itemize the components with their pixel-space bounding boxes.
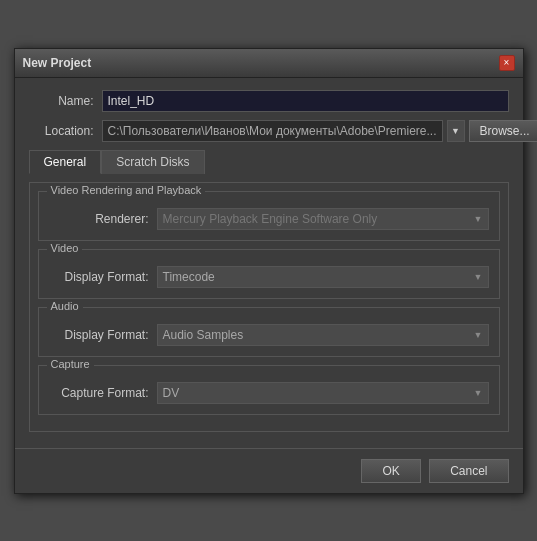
- dialog-footer: OK Cancel: [15, 448, 523, 493]
- audio-dropdown-arrow: ▼: [474, 330, 483, 340]
- tabs-container: General Scratch Disks: [29, 150, 509, 174]
- dialog-title: New Project: [23, 56, 92, 70]
- audio-display-format-label: Display Format:: [49, 328, 149, 342]
- renderer-row: Renderer: Mercury Playback Engine Softwa…: [49, 208, 489, 230]
- capture-format-dropdown[interactable]: DV ▼: [157, 382, 489, 404]
- video-dropdown-arrow: ▼: [474, 272, 483, 282]
- video-rendering-title: Video Rendering and Playback: [47, 184, 206, 196]
- renderer-dropdown-arrow: ▼: [474, 214, 483, 224]
- video-display-format-value: Timecode: [163, 270, 215, 284]
- audio-display-format-row: Display Format: Audio Samples ▼: [49, 324, 489, 346]
- name-label: Name:: [29, 94, 94, 108]
- cancel-button[interactable]: Cancel: [429, 459, 508, 483]
- location-label: Location:: [29, 124, 94, 138]
- video-display-format-label: Display Format:: [49, 270, 149, 284]
- location-field[interactable]: C:\Пользователи\Иванов\Мои документы\Ado…: [102, 120, 443, 142]
- location-dropdown-button[interactable]: ▼: [447, 120, 465, 142]
- name-input[interactable]: [102, 90, 509, 112]
- audio-display-format-dropdown[interactable]: Audio Samples ▼: [157, 324, 489, 346]
- renderer-label: Renderer:: [49, 212, 149, 226]
- video-display-format-row: Display Format: Timecode ▼: [49, 266, 489, 288]
- capture-section: Capture Capture Format: DV ▼: [38, 365, 500, 415]
- capture-format-row: Capture Format: DV ▼: [49, 382, 489, 404]
- close-button[interactable]: ×: [499, 55, 515, 71]
- new-project-dialog: New Project × Name: Location: C:\Пользов…: [14, 48, 524, 494]
- audio-display-format-value: Audio Samples: [163, 328, 244, 342]
- chevron-down-icon: ▼: [451, 126, 460, 136]
- renderer-dropdown[interactable]: Mercury Playback Engine Software Only ▼: [157, 208, 489, 230]
- video-section: Video Display Format: Timecode ▼: [38, 249, 500, 299]
- location-row: Location: C:\Пользователи\Иванов\Мои док…: [29, 120, 509, 142]
- audio-section: Audio Display Format: Audio Samples ▼: [38, 307, 500, 357]
- dialog-body: Name: Location: C:\Пользователи\Иванов\М…: [15, 78, 523, 444]
- capture-format-label: Capture Format:: [49, 386, 149, 400]
- renderer-value: Mercury Playback Engine Software Only: [163, 212, 378, 226]
- tab-scratch-disks[interactable]: Scratch Disks: [101, 150, 204, 174]
- capture-section-title: Capture: [47, 358, 94, 370]
- title-bar: New Project ×: [15, 49, 523, 78]
- browse-button[interactable]: Browse...: [469, 120, 537, 142]
- location-field-wrapper: C:\Пользователи\Иванов\Мои документы\Ado…: [102, 120, 443, 142]
- audio-section-title: Audio: [47, 300, 83, 312]
- video-section-title: Video: [47, 242, 83, 254]
- capture-format-value: DV: [163, 386, 180, 400]
- name-row: Name:: [29, 90, 509, 112]
- tab-content: Video Rendering and Playback Renderer: M…: [29, 182, 509, 432]
- ok-button[interactable]: OK: [361, 459, 421, 483]
- tab-general[interactable]: General: [29, 150, 102, 174]
- location-wrapper: C:\Пользователи\Иванов\Мои документы\Ado…: [102, 120, 538, 142]
- capture-dropdown-arrow: ▼: [474, 388, 483, 398]
- video-display-format-dropdown[interactable]: Timecode ▼: [157, 266, 489, 288]
- video-rendering-section: Video Rendering and Playback Renderer: M…: [38, 191, 500, 241]
